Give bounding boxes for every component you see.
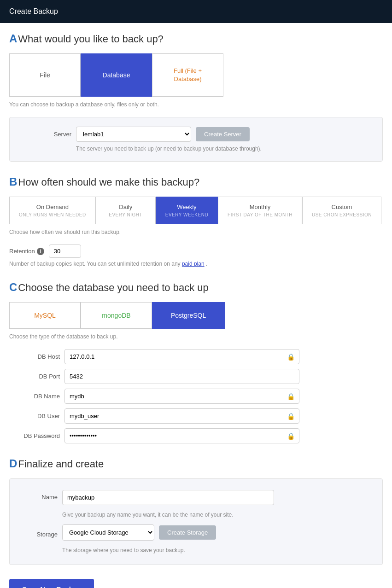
create-server-button[interactable]: Create Server [196, 127, 250, 141]
section-a-letter: A [9, 32, 17, 45]
section-b-heading: How often should we make this backup? [18, 176, 199, 188]
frequency-selector: On Demand Only runs when needed Daily Ev… [9, 197, 383, 224]
freq-custom[interactable]: Custom Use cron expression [302, 197, 381, 224]
db-name-label: DB Name [9, 393, 60, 400]
server-section: Server lemlab1 Create Server The server … [9, 117, 383, 162]
db-port-wrap [64, 369, 299, 384]
retention-input[interactable] [49, 245, 81, 258]
section-a-heading: What would you like to back up? [18, 33, 164, 45]
backup-type-file[interactable]: File [9, 53, 81, 97]
name-input[interactable] [62, 490, 274, 505]
create-storage-button[interactable]: Create Storage [159, 525, 216, 540]
db-name-input[interactable] [64, 389, 299, 404]
retention-info-icon[interactable]: i [37, 248, 44, 255]
db-type-mysql[interactable]: MySQL [9, 302, 81, 329]
section-d: D Finalize and create Name Give your bac… [9, 457, 383, 565]
retention-hint: Number of backup copies kept. You can se… [9, 261, 383, 267]
finalize-section: Name Give your backup any name you want,… [9, 478, 383, 565]
db-password-label: DB Password [9, 432, 60, 439]
section-c-title: C Choose the database you need to back u… [9, 281, 383, 294]
freq-weekly[interactable]: Weekly Every weekend [156, 197, 218, 224]
server-label: Server [21, 131, 71, 138]
freq-hint: Choose how often we should run this back… [9, 229, 383, 235]
name-hint: Give your backup any name you want, it c… [62, 512, 371, 518]
section-a-title: A What would you like to back up? [9, 32, 383, 45]
db-host-lock-icon: 🔒 [287, 353, 295, 361]
storage-hint: The storage where you need to save your … [62, 547, 371, 553]
name-label: Name [21, 490, 58, 501]
db-user-lock-icon: 🔒 [287, 413, 295, 420]
db-user-wrap: 🔒 [64, 408, 299, 424]
paid-plan-link[interactable]: paid plan [182, 261, 205, 267]
db-type-hint: Choose the type of the database to back … [9, 333, 383, 340]
freq-daily[interactable]: Daily Every night [96, 197, 156, 224]
backup-type-hint: You can choose to backup a database only… [9, 101, 383, 108]
page-header: Create Backup [0, 0, 392, 23]
db-user-input[interactable] [64, 408, 299, 424]
storage-select[interactable]: Google Cloud Storage Amazon S3 Local Sto… [62, 524, 154, 541]
server-row: Server lemlab1 Create Server [21, 127, 371, 142]
freq-on-demand[interactable]: On Demand Only runs when needed [9, 197, 96, 224]
db-fields: DB Host 🔒 DB Port DB Name 🔒 [9, 349, 383, 443]
db-host-label: DB Host [9, 353, 60, 360]
section-b-title: B How often should we make this backup? [9, 175, 383, 188]
storage-label: Storage [21, 527, 58, 538]
section-b: B How often should we make this backup? … [9, 175, 383, 267]
backup-type-full[interactable]: Full (File +Database) [152, 53, 223, 97]
section-a: A What would you like to back up? File D… [9, 32, 383, 162]
db-port-row: DB Port [9, 369, 383, 384]
db-password-wrap: 🔒 [64, 428, 299, 443]
retention-label: Retention i [9, 248, 44, 255]
section-c-heading: Choose the database you need to back up [18, 282, 208, 294]
section-d-letter: D [9, 457, 17, 470]
retention-row: Retention i [9, 245, 383, 258]
db-password-row: DB Password 🔒 [9, 428, 383, 443]
db-type-postgresql[interactable]: PostgreSQL [152, 302, 225, 329]
db-port-label: DB Port [9, 373, 60, 380]
section-d-title: D Finalize and create [9, 457, 383, 470]
server-hint: The server you need to back up (or need … [76, 146, 371, 152]
section-d-heading: Finalize and create [18, 458, 104, 470]
db-host-input[interactable] [64, 349, 299, 364]
db-user-row: DB User 🔒 [9, 408, 383, 424]
db-host-row: DB Host 🔒 [9, 349, 383, 364]
db-user-label: DB User [9, 413, 60, 419]
server-select[interactable]: lemlab1 [76, 127, 191, 142]
backup-type-database[interactable]: Database [81, 53, 152, 97]
name-row: Name [21, 490, 371, 505]
save-backup-button[interactable]: Save New Backup [9, 579, 94, 588]
backup-type-selector: File Database Full (File +Database) [9, 53, 383, 97]
db-name-row: DB Name 🔒 [9, 389, 383, 404]
db-type-selector: MySQL mongoDB PostgreSQL [9, 302, 383, 329]
db-port-input[interactable] [64, 369, 299, 384]
section-c: C Choose the database you need to back u… [9, 281, 383, 443]
db-name-lock-icon: 🔒 [287, 393, 295, 400]
page-title: Create Backup [9, 7, 58, 15]
db-password-input[interactable] [64, 428, 299, 443]
storage-select-wrap: Google Cloud Storage Amazon S3 Local Sto… [62, 524, 154, 541]
section-b-letter: B [9, 175, 17, 188]
storage-row: Storage Google Cloud Storage Amazon S3 L… [21, 524, 371, 541]
db-host-wrap: 🔒 [64, 349, 299, 364]
db-password-lock-icon: 🔒 [287, 432, 295, 440]
freq-monthly[interactable]: Monthly First day of the month [218, 197, 302, 224]
section-c-letter: C [9, 281, 17, 294]
db-type-mongodb[interactable]: mongoDB [81, 302, 152, 329]
db-name-wrap: 🔒 [64, 389, 299, 404]
